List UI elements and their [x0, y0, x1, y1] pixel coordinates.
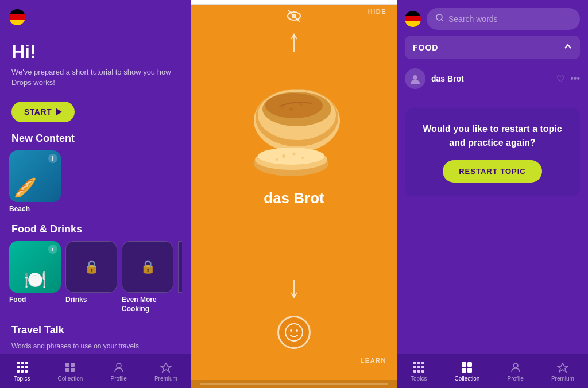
svg-point-28 [436, 14, 442, 20]
right-top-bar: Search words [397, 0, 588, 36]
food-section-label: FOOD [413, 43, 438, 52]
svg-point-23 [276, 158, 278, 161]
arrow-up-icon [289, 32, 299, 57]
right-panel: Search words FOOD das Brot ♡ ••• Would y… [397, 0, 588, 388]
svg-rect-33 [462, 368, 466, 373]
svg-rect-34 [467, 368, 472, 373]
nav-collection-label-left: Collection [57, 375, 83, 382]
restart-topic-button[interactable]: RESTART TOPIC [443, 160, 542, 183]
nav-collection-right[interactable]: Collection [454, 361, 479, 382]
middle-top-bar [191, 0, 397, 5]
restart-modal: Would you like to restart a topic and pr… [405, 108, 580, 196]
food-drinks-title: Food & Drinks [0, 213, 191, 241]
svg-rect-32 [467, 362, 472, 367]
svg-point-35 [513, 363, 518, 368]
more-options-icon[interactable]: ••• [570, 73, 580, 84]
search-placeholder: Search words [448, 14, 498, 24]
start-button[interactable]: START [11, 102, 75, 122]
eye-slash-icon [286, 8, 302, 28]
topics-icon-left [16, 361, 28, 374]
right-bottom-nav: Topics Collection Profile Premium [397, 354, 588, 388]
learn-button[interactable]: LEARN [361, 357, 386, 364]
nav-profile-right[interactable]: Profile [507, 361, 523, 382]
play-icon [56, 108, 62, 115]
hi-section: Hi! We've prepared a short tutorial to s… [0, 25, 191, 94]
cooking-lock-icon: 🔒 [140, 259, 156, 274]
nav-collection-label-right: Collection [454, 375, 479, 382]
new-content-title: New Content [0, 122, 191, 150]
new-content-cards: i 🥖 Beach [0, 150, 191, 213]
nav-topics-label-left: Topics [14, 375, 30, 382]
learn-face-button[interactable] [277, 316, 311, 349]
food-card-icon: 🍽️ [24, 269, 47, 290]
word-item-brot: das Brot ♡ ••• [405, 65, 580, 92]
rest-card-partial [178, 241, 182, 293]
premium-icon-right [556, 361, 569, 374]
nav-premium-right[interactable]: Premium [551, 361, 574, 382]
food-card[interactable]: i 🍽️ [9, 241, 61, 293]
search-bar[interactable]: Search words [427, 8, 580, 30]
beach-card-label: Beach [9, 205, 30, 213]
drinks-card[interactable]: 🔒 [65, 241, 117, 293]
profile-icon-left [113, 361, 125, 374]
drinks-card-label: Drinks [65, 296, 87, 304]
hi-title: Hi! [11, 41, 180, 63]
travel-talk-title: Travel Talk [0, 314, 191, 342]
svg-rect-3 [71, 368, 75, 372]
food-dropdown[interactable]: FOOD [405, 36, 580, 59]
nav-topics-left[interactable]: Topics [14, 361, 30, 382]
bread-illustration [237, 63, 351, 180]
drinks-lock-icon: 🔒 [84, 259, 99, 274]
svg-point-21 [293, 153, 296, 156]
food-info-button[interactable]: i [48, 245, 57, 254]
profile-icon-right [509, 361, 522, 374]
food-drinks-cards: i 🍽️ Food 🔒 Drinks 🔒 Even More Cooking [0, 241, 191, 313]
svg-line-29 [442, 20, 443, 21]
svg-point-16 [281, 107, 284, 109]
svg-point-15 [300, 103, 303, 106]
svg-rect-31 [462, 362, 466, 367]
food-card-label: Food [9, 296, 26, 304]
flag-icon[interactable] [9, 9, 25, 25]
cooking-card[interactable]: 🔒 [122, 241, 173, 293]
word-avatar [405, 68, 425, 89]
premium-icon-left [160, 361, 172, 374]
svg-point-19 [258, 148, 324, 165]
restart-question: Would you like to restart a topic and pr… [416, 122, 568, 150]
svg-point-27 [296, 329, 298, 332]
svg-point-14 [289, 107, 293, 111]
beach-card[interactable]: i 🥖 [9, 150, 61, 202]
svg-point-30 [413, 75, 417, 80]
nav-premium-label-right: Premium [551, 375, 574, 382]
svg-point-20 [282, 154, 285, 158]
left-top-bar [0, 0, 191, 25]
right-flag-icon[interactable] [405, 11, 421, 27]
svg-rect-2 [65, 368, 69, 372]
heart-icon[interactable]: ♡ [556, 73, 564, 84]
arrow-down-icon [289, 277, 299, 302]
svg-rect-0 [65, 363, 69, 367]
nav-profile-left[interactable]: Profile [110, 361, 126, 382]
word-display: das Brot [264, 189, 324, 207]
collection-icon-right [461, 361, 473, 374]
middle-panel: HIDE das Br [191, 0, 397, 388]
nav-premium-left[interactable]: Premium [154, 361, 177, 382]
left-bottom-nav: Topics Collection Profile Premium [0, 354, 191, 388]
word-actions: ♡ ••• [556, 73, 580, 84]
hi-description: We've prepared a short tutorial to show … [11, 67, 180, 88]
topics-icon-right [412, 361, 425, 374]
beach-info-button[interactable]: i [48, 154, 57, 163]
chevron-up-icon [564, 42, 572, 52]
svg-point-4 [117, 363, 121, 368]
search-icon [436, 14, 444, 24]
collection-icon-left [64, 361, 76, 374]
hide-button[interactable]: HIDE [368, 8, 386, 15]
left-panel: Hi! We've prepared a short tutorial to s… [0, 0, 191, 388]
svg-rect-1 [71, 363, 75, 367]
nav-collection-left[interactable]: Collection [57, 361, 83, 382]
nav-profile-label-left: Profile [110, 375, 126, 382]
nav-profile-label-right: Profile [507, 375, 523, 382]
nav-topics-right[interactable]: Topics [411, 361, 427, 382]
svg-point-22 [301, 157, 304, 159]
middle-bottom-bar [191, 380, 397, 388]
